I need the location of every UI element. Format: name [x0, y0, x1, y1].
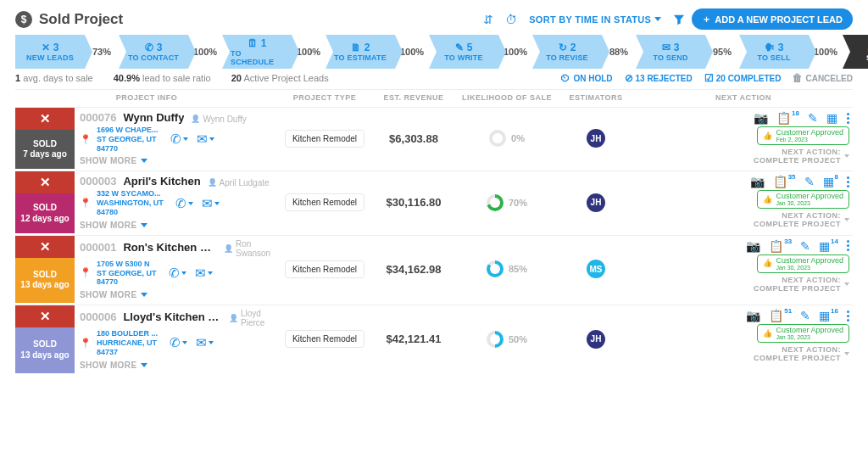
- pin-icon[interactable]: 📍: [80, 198, 92, 209]
- pipeline-stage-to-write[interactable]: ✎5TO WRITE: [429, 35, 498, 69]
- avg-days-stat: 1 avg. days to sale: [15, 73, 93, 83]
- next-action[interactable]: NEXT ACTION:COMPLETE PROJECT: [754, 276, 849, 293]
- pipeline-stage-to-send[interactable]: ✉3TO SEND: [636, 35, 705, 69]
- project-name[interactable]: Lloyd's Kitchen Remodel: [123, 310, 222, 323]
- chevron-down-icon: [141, 159, 147, 163]
- edit-icon[interactable]: ✎: [804, 175, 815, 188]
- contact-name: April Ludgate: [208, 178, 270, 187]
- avatar[interactable]: MS: [587, 260, 605, 278]
- grid-icon[interactable]: ▦8: [823, 175, 838, 188]
- pin-icon[interactable]: 📍: [80, 267, 92, 278]
- email-button[interactable]: ✉: [195, 266, 213, 281]
- address[interactable]: 180 BOULDER ...HURRICANE, UT84737: [97, 329, 158, 356]
- status-pill-on-hold[interactable]: ⏲ON HOLD: [560, 72, 612, 84]
- stage-name: NEW LEADS: [26, 53, 74, 62]
- status-pill--completed[interactable]: ☑20 COMPLETED: [704, 72, 782, 84]
- pipeline-stage-to-contact[interactable]: ✆3TO CONTACT: [119, 35, 188, 69]
- sort-columns-icon[interactable]: ⇵: [483, 13, 493, 26]
- pipeline-stage-new-leads[interactable]: ✕3NEW LEADS: [15, 35, 85, 69]
- project-rows: ✕SOLD7 days ago000076Wynn DuffyWynn Duff…: [15, 107, 853, 375]
- ratio-stat: 40.9% lead to sale ratio: [114, 73, 211, 83]
- more-menu-icon[interactable]: [847, 176, 849, 187]
- chevron-down-icon: [141, 223, 147, 227]
- pin-icon[interactable]: 📍: [80, 338, 92, 349]
- filter-icon[interactable]: [673, 14, 685, 25]
- edit-icon[interactable]: ✎: [800, 309, 810, 322]
- col-likelihood: LIKELIHOOD OF SALE: [456, 93, 558, 102]
- project-name[interactable]: Ron's Kitchen Remodel: [123, 241, 217, 254]
- add-project-button[interactable]: ＋ ADD A NEW PROJECT LEAD: [692, 8, 853, 30]
- notes-icon[interactable]: 📋18: [776, 111, 799, 125]
- avatar[interactable]: JH: [587, 330, 605, 349]
- project-type-value: Kitchen Remodel: [285, 330, 364, 348]
- more-menu-icon[interactable]: [847, 113, 849, 124]
- show-more-button[interactable]: SHOW MORE: [80, 361, 273, 370]
- address[interactable]: 1705 W 5300 NST GEORGE, UT84770: [97, 260, 157, 287]
- call-button[interactable]: ✆: [170, 131, 188, 147]
- pipeline-stage-to-revise[interactable]: ↻2TO REVISE: [532, 35, 602, 69]
- pipeline-stage-to-estimate[interactable]: 🗎2TO ESTIMATE: [326, 35, 395, 69]
- call-button[interactable]: ✆: [169, 266, 186, 281]
- project-id: 000003: [80, 175, 116, 187]
- call-button[interactable]: ✆: [175, 196, 193, 211]
- camera-icon[interactable]: 📷: [754, 111, 768, 125]
- edit-icon[interactable]: ✎: [800, 239, 810, 253]
- customer-approved-badge[interactable]: 👍Customer ApprovedJan 30, 2023: [757, 190, 849, 209]
- next-action[interactable]: NEXT ACTION:COMPLETE PROJECT: [754, 211, 849, 228]
- show-more-button[interactable]: SHOW MORE: [80, 156, 273, 165]
- clock-icon[interactable]: ⏱: [505, 13, 517, 26]
- add-project-button-label: ADD A NEW PROJECT LEAD: [715, 14, 843, 25]
- est-revenue: $30,116.80: [371, 171, 456, 232]
- call-button[interactable]: ✆: [170, 335, 187, 350]
- show-more-button[interactable]: SHOW MORE: [80, 221, 273, 230]
- customer-approved-badge[interactable]: 👍Customer ApprovedJan 30, 2023: [757, 324, 849, 343]
- camera-icon[interactable]: 📷: [746, 309, 760, 322]
- status-pill--rejected[interactable]: ⊘13 REJECTED: [625, 72, 693, 84]
- pill-icon: 🗑: [793, 72, 803, 84]
- pipeline-stage-to-schedule[interactable]: 🗓1TO SCHEDULE: [222, 35, 292, 69]
- next-action[interactable]: NEXT ACTION:COMPLETE PROJECT: [754, 148, 849, 165]
- estimators: JH: [558, 108, 634, 169]
- camera-icon[interactable]: 📷: [750, 175, 765, 188]
- est-revenue: $42,121.41: [371, 305, 456, 372]
- pin-icon[interactable]: 📍: [80, 134, 92, 145]
- email-button[interactable]: ✉: [197, 131, 214, 147]
- next-action[interactable]: NEXT ACTION:COMPLETE PROJECT: [754, 345, 849, 362]
- notes-icon[interactable]: 📋35: [773, 175, 796, 188]
- pipeline: ✕3NEW LEADS73%✆3TO CONTACT100%🗓1TO SCHED…: [15, 35, 853, 69]
- contact-actions: ✆✉: [170, 131, 214, 147]
- sort-button[interactable]: SORT BY TIME IN STATUS: [529, 14, 661, 25]
- avatar[interactable]: JH: [587, 129, 605, 148]
- est-revenue: $34,162.98: [371, 236, 456, 303]
- address[interactable]: 332 W SYCAMO...WASHINGTON, UT84780: [97, 189, 164, 216]
- status-pill-canceled[interactable]: 🗑CANCELED: [793, 72, 853, 84]
- project-name[interactable]: April's Kitchen: [123, 175, 200, 187]
- pipeline-stage-sold[interactable]: 👍9SOLD: [843, 35, 868, 69]
- sold-badge: SOLD13 days ago: [15, 327, 75, 372]
- stage-count: 5: [467, 42, 473, 53]
- customer-approved-badge[interactable]: 👍Customer ApprovedJan 30, 2023: [757, 254, 849, 273]
- project-name[interactable]: Wynn Duffy: [123, 111, 184, 124]
- edit-icon[interactable]: ✎: [808, 111, 818, 125]
- notes-icon[interactable]: 📋51: [769, 309, 792, 322]
- show-more-button[interactable]: SHOW MORE: [80, 290, 273, 299]
- stage-count: 3: [778, 42, 784, 53]
- more-menu-icon[interactable]: [847, 240, 849, 251]
- more-menu-icon[interactable]: [847, 310, 849, 322]
- camera-icon[interactable]: 📷: [746, 239, 760, 253]
- stage-icon: ✉: [662, 42, 670, 53]
- email-button[interactable]: ✉: [202, 196, 220, 211]
- stage-icon: ✎: [455, 42, 464, 53]
- stage-name: TO CONTACT: [128, 53, 179, 62]
- customer-approved-badge[interactable]: 👍Customer ApprovedFeb 2, 2023: [757, 126, 849, 145]
- grid-icon[interactable]: ▦16: [819, 309, 838, 322]
- grid-icon[interactable]: ▦: [826, 111, 838, 125]
- avatar[interactable]: JH: [587, 193, 605, 212]
- notes-icon[interactable]: 📋33: [769, 239, 792, 253]
- email-button[interactable]: ✉: [196, 335, 214, 350]
- grid-icon[interactable]: ▦14: [819, 239, 838, 253]
- project-info: 000006Lloyd's Kitchen RemodelLloyd Pierc…: [75, 305, 278, 372]
- project-type-value: Kitchen Remodel: [285, 260, 364, 278]
- pipeline-stage-to-sell[interactable]: 🗣3TO SELL: [739, 35, 809, 69]
- address[interactable]: 1696 W CHAPE...ST GEORGE, UT84770: [97, 126, 159, 153]
